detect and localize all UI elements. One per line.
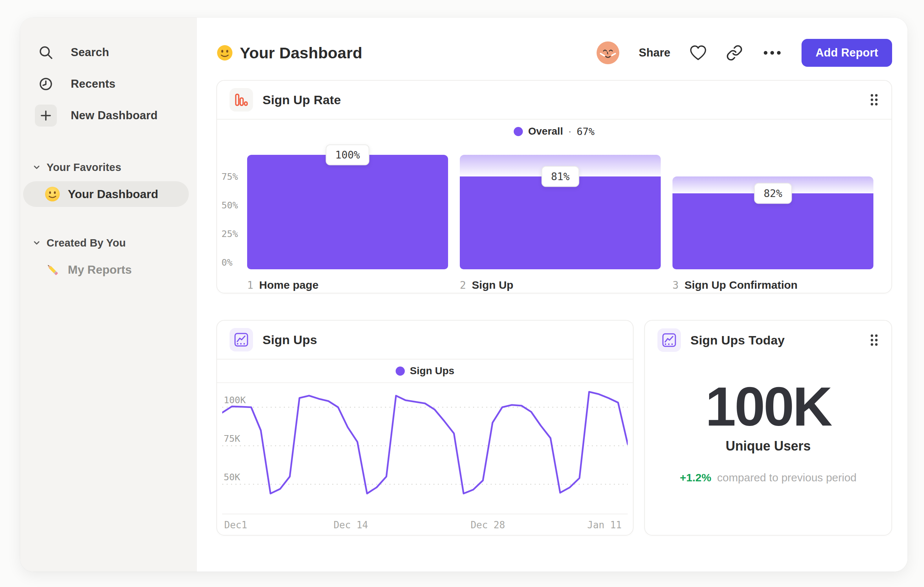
sidebar-item-label: Recents bbox=[71, 78, 116, 91]
card-header: Sign Up Rate bbox=[217, 81, 891, 120]
line-legend[interactable]: Sign Ups bbox=[217, 360, 633, 383]
sidebar-item-label: New Dashboard bbox=[71, 109, 158, 122]
clock-icon bbox=[35, 73, 57, 95]
page-header: Your Dashboard Sha bbox=[216, 32, 892, 73]
axis-tick-label: Dec1 bbox=[224, 519, 248, 531]
line-chart-icon bbox=[657, 328, 681, 352]
bar-value-tooltip: 82% bbox=[754, 183, 792, 203]
step-name: Sign Up bbox=[472, 279, 513, 291]
drag-handle-icon[interactable] bbox=[870, 93, 879, 107]
sign-ups-card: Sign Ups Sign Ups 100K75K50K Dec1Dec 14D… bbox=[216, 320, 634, 536]
axis-tick-label: 100K bbox=[224, 395, 246, 405]
chevron-down-icon bbox=[32, 238, 41, 248]
funnel-bars: 100%81%82% bbox=[247, 155, 873, 269]
legend-dot bbox=[396, 367, 405, 376]
axis-tick-label: Dec 14 bbox=[334, 519, 368, 531]
search-icon bbox=[35, 41, 57, 63]
funnel-chart-icon bbox=[229, 88, 253, 112]
sidebar-item-label: My Reports bbox=[68, 263, 132, 277]
card-header: Sign Ups Today bbox=[645, 321, 891, 360]
funnel-bar[interactable]: 81% bbox=[460, 155, 661, 269]
delta-row: +1.2% compared to previous period bbox=[680, 471, 856, 484]
sign-up-rate-card: Sign Up Rate Overall · 67% bbox=[216, 80, 892, 293]
card-title: Sign Up Rate bbox=[262, 93, 341, 107]
line-chart-icon bbox=[229, 328, 253, 351]
funnel-step-label: 3Sign Up Confirmation bbox=[672, 279, 873, 291]
legend-value: 67% bbox=[577, 126, 595, 137]
funnel-bar-segment bbox=[247, 155, 448, 269]
card-title: Sign Ups bbox=[262, 333, 317, 347]
axis-tick-label: 0% bbox=[221, 257, 233, 268]
section-header-your-favorites[interactable]: Your Favorites bbox=[20, 157, 197, 178]
pencil-emoji-icon bbox=[45, 261, 61, 278]
sidebar-item-label: Your Dashboard bbox=[68, 187, 158, 201]
sidebar-item-search[interactable]: Search bbox=[20, 37, 197, 68]
axis-tick-label: 50% bbox=[221, 200, 238, 211]
card-title: Sign Ups Today bbox=[690, 333, 785, 347]
legend-label: Sign Ups bbox=[410, 365, 454, 377]
sidebar-section-created: Created By You bbox=[20, 233, 197, 283]
metric-body: 100K Unique Users +1.2% compared to prev… bbox=[645, 360, 891, 484]
funnel-step-labels: 1Home page2Sign Up3Sign Up Confirmation bbox=[247, 279, 873, 291]
axis-tick-label: Jan 11 bbox=[587, 519, 622, 531]
axis-tick-label: 75K bbox=[224, 433, 240, 444]
line-plot-area[interactable]: 100K75K50K bbox=[222, 383, 628, 514]
more-options-icon[interactable] bbox=[762, 50, 782, 56]
funnel-bar-segment bbox=[672, 193, 873, 269]
sidebar-item-my-reports[interactable]: My Reports bbox=[23, 257, 189, 283]
metric-caption: Unique Users bbox=[726, 438, 811, 454]
plus-icon bbox=[35, 104, 57, 127]
page-title-wrap: Your Dashboard bbox=[216, 44, 362, 62]
funnel-bar-segment bbox=[460, 177, 661, 269]
metric-value: 100K bbox=[705, 376, 831, 437]
smiley-emoji-icon bbox=[216, 45, 233, 61]
axis-tick-label: 25% bbox=[221, 228, 238, 239]
funnel-bar[interactable]: 82% bbox=[672, 155, 873, 269]
header-actions: Share bbox=[596, 39, 892, 67]
bar-value-tooltip: 81% bbox=[541, 166, 579, 187]
delta-value: +1.2% bbox=[680, 471, 711, 484]
sign-ups-today-card: Sign Ups Today 100K Unique Users +1.2% bbox=[644, 320, 892, 536]
section-title: Created By You bbox=[46, 237, 126, 249]
smiley-emoji-icon bbox=[45, 186, 61, 202]
avatar[interactable] bbox=[596, 41, 620, 64]
legend-label: Overall bbox=[528, 126, 563, 137]
step-name: Home page bbox=[259, 279, 318, 291]
sidebar: Search Recents New Dashboard bbox=[20, 18, 197, 572]
step-name: Sign Up Confirmation bbox=[685, 279, 797, 291]
sidebar-item-label: Search bbox=[71, 46, 109, 59]
add-report-button[interactable]: Add Report bbox=[802, 39, 892, 67]
section-title: Your Favorites bbox=[46, 161, 121, 174]
funnel-bar[interactable]: 100% bbox=[247, 155, 448, 269]
funnel-step-label: 1Home page bbox=[247, 279, 448, 291]
legend-separator: · bbox=[568, 126, 571, 137]
sidebar-section-favorites: Your Favorites Your Dashboard bbox=[20, 157, 197, 207]
funnel-plot: 75%50%25%0% 100%81%82% bbox=[247, 155, 873, 269]
legend-dot bbox=[514, 127, 523, 136]
copy-link-icon[interactable] bbox=[726, 45, 743, 61]
sidebar-item-your-dashboard[interactable]: Your Dashboard bbox=[23, 181, 189, 207]
app-window: Search Recents New Dashboard bbox=[20, 18, 908, 572]
share-button[interactable]: Share bbox=[639, 46, 670, 60]
section-header-created-by-you[interactable]: Created By You bbox=[20, 233, 197, 253]
sidebar-item-new-dashboard[interactable]: New Dashboard bbox=[20, 100, 197, 131]
step-number: 2 bbox=[460, 279, 466, 291]
delta-caption: compared to previous period bbox=[717, 471, 856, 484]
drag-handle-icon[interactable] bbox=[870, 333, 879, 347]
funnel-step-label: 2Sign Up bbox=[460, 279, 661, 291]
card-header: Sign Ups bbox=[217, 321, 633, 360]
step-number: 3 bbox=[672, 279, 679, 291]
sidebar-item-recents[interactable]: Recents bbox=[20, 68, 197, 100]
line-chart-svg bbox=[222, 383, 628, 514]
axis-tick-label: 50K bbox=[224, 472, 240, 483]
axis-tick-label: Dec 28 bbox=[470, 519, 505, 531]
page-title: Your Dashboard bbox=[240, 44, 362, 62]
main-content: Your Dashboard Sha bbox=[197, 18, 908, 572]
chevron-down-icon bbox=[32, 162, 41, 172]
bar-value-tooltip: 100% bbox=[326, 145, 369, 165]
line-x-axis: Dec1Dec 14Dec 28Jan 11 bbox=[222, 519, 628, 537]
axis-tick-label: 75% bbox=[221, 171, 238, 182]
step-number: 1 bbox=[247, 279, 253, 291]
favorite-heart-icon[interactable] bbox=[689, 45, 707, 61]
funnel-legend[interactable]: Overall · 67% bbox=[217, 120, 891, 143]
